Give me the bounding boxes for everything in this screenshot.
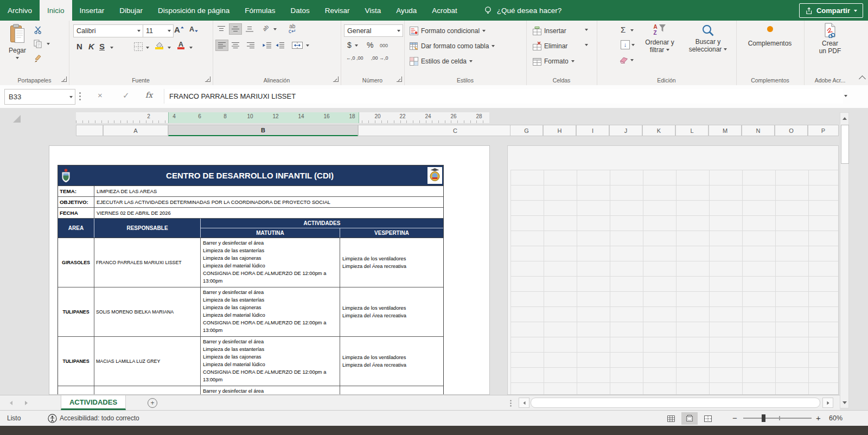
responsable-cell[interactable]: FRANCO PARRALES MARIUXI LISSET bbox=[94, 238, 201, 287]
cell-styles-button[interactable]: Estilos de celda bbox=[410, 55, 473, 67]
alignment-dialog-launcher[interactable] bbox=[333, 76, 339, 82]
font-color-caret[interactable] bbox=[189, 47, 193, 49]
tab-datos[interactable]: Datos bbox=[283, 0, 317, 21]
matutina-cell[interactable]: Barrer y desinfectar el área Limpieza de… bbox=[201, 386, 340, 395]
fill-color-button[interactable] bbox=[155, 41, 164, 49]
grow-font-button[interactable]: A bbox=[174, 25, 184, 34]
delete-cells-caret[interactable] bbox=[585, 44, 588, 46]
accessibility-status[interactable]: Accesibilidad: todo correcto bbox=[60, 414, 139, 422]
align-right-button[interactable] bbox=[246, 42, 255, 49]
tab-vista[interactable]: Vista bbox=[358, 0, 389, 21]
matutina-cell[interactable]: Barrer y desinfectar el área Limpieza de… bbox=[201, 337, 340, 386]
column-header-O[interactable]: O bbox=[775, 125, 808, 136]
horizontal-scroll-thumb[interactable] bbox=[531, 398, 820, 408]
insert-cells-caret[interactable] bbox=[585, 29, 588, 31]
tab-revisar[interactable]: Revisar bbox=[317, 0, 358, 21]
align-left-button[interactable] bbox=[216, 40, 228, 50]
responsable-cell[interactable]: MACIAS LAMILLA LUZ GREY bbox=[94, 337, 201, 386]
area-cell[interactable] bbox=[58, 386, 94, 395]
increase-decimal-icon[interactable]: ←,0 ,00 bbox=[346, 55, 363, 61]
insert-cells-button[interactable]: Insertar bbox=[533, 25, 566, 37]
cancel-button[interactable]: × bbox=[98, 91, 103, 100]
document-title-row[interactable]: CENTRO DE DESARROLLO INFANTIL (CDI) bbox=[58, 165, 443, 186]
meta-value-cell[interactable]: VIERNES 02 DE ABRIL DE 2026 bbox=[94, 208, 443, 218]
area-cell[interactable]: TULIPANES bbox=[58, 337, 94, 386]
meta-label-cell[interactable]: OBJETIVO: bbox=[58, 197, 94, 207]
font-dialog-launcher[interactable] bbox=[205, 76, 210, 82]
column-header-P[interactable]: P bbox=[808, 125, 839, 136]
collapse-ribbon-button[interactable] bbox=[859, 75, 866, 82]
column-header-M[interactable]: M bbox=[709, 125, 742, 136]
column-header-L[interactable]: L bbox=[675, 125, 709, 136]
matutina-cell[interactable]: Barrer y desinfectar el área Limpieza de… bbox=[201, 238, 340, 287]
meta-value-cell[interactable]: LIMPIEZA DE LAS AREAS bbox=[94, 186, 443, 196]
paste-button[interactable]: Pegar bbox=[4, 24, 30, 59]
align-center-button[interactable] bbox=[231, 42, 240, 49]
expand-formula-bar-caret[interactable] bbox=[844, 95, 847, 97]
vespertina-cell[interactable]: Limpieza de los ventiladores Limpieza de… bbox=[340, 337, 443, 386]
tab-inicio[interactable]: Inicio bbox=[40, 0, 72, 21]
insert-function-button[interactable]: fx bbox=[145, 91, 152, 99]
column-header-A[interactable]: A bbox=[103, 125, 168, 136]
merge-center-button[interactable] bbox=[292, 42, 303, 49]
fill-color-caret[interactable] bbox=[168, 47, 171, 49]
addins-button[interactable]: Complementos bbox=[743, 26, 797, 47]
merge-caret[interactable] bbox=[306, 44, 309, 47]
italic-button[interactable]: K bbox=[88, 42, 94, 51]
currency-caret[interactable] bbox=[355, 44, 358, 47]
next-sheet-button[interactable] bbox=[25, 401, 28, 405]
bold-button[interactable]: N bbox=[76, 42, 82, 51]
format-cells-button[interactable]: Formato bbox=[533, 55, 575, 67]
tell-me-button[interactable]: ¿Qué desea hacer? bbox=[483, 0, 561, 21]
column-header-K[interactable]: K bbox=[642, 125, 675, 136]
new-sheet-button[interactable]: + bbox=[148, 398, 157, 408]
header-vespertina[interactable]: VESPERTINA bbox=[340, 228, 443, 238]
borders-caret[interactable] bbox=[146, 47, 149, 49]
column-header-H[interactable]: H bbox=[543, 125, 576, 136]
vespertina-cell[interactable]: Limpieza de los ventiladores Limpieza de… bbox=[340, 238, 443, 287]
header-area[interactable]: AREA bbox=[58, 219, 94, 238]
font-color-button[interactable]: A bbox=[177, 41, 184, 49]
cut-button[interactable] bbox=[34, 25, 42, 34]
zoom-in-button[interactable]: + bbox=[816, 413, 821, 423]
vertical-scroll-thumb[interactable] bbox=[841, 125, 849, 164]
area-cell[interactable]: GIRASOLES bbox=[58, 238, 94, 287]
column-header-N[interactable]: N bbox=[742, 125, 775, 136]
borders-button[interactable] bbox=[134, 42, 143, 51]
find-select-button[interactable]: Buscar y seleccionar bbox=[684, 24, 732, 53]
page-break-view-button[interactable] bbox=[700, 412, 716, 425]
conditional-formatting-button[interactable]: Formato condicional bbox=[410, 25, 486, 37]
sort-filter-button[interactable]: AZ Ordenar y filtrar bbox=[643, 24, 676, 54]
fill-down-caret[interactable] bbox=[631, 44, 635, 46]
font-name-box[interactable]: Calibri bbox=[73, 24, 143, 37]
underline-button[interactable]: S bbox=[99, 42, 105, 51]
scroll-down-button[interactable] bbox=[840, 397, 848, 408]
paste-dropdown-caret[interactable] bbox=[16, 57, 19, 59]
share-button[interactable]: Compartir bbox=[799, 3, 863, 18]
align-middle-button[interactable] bbox=[229, 24, 241, 34]
tab-insertar[interactable]: Insertar bbox=[72, 0, 112, 21]
meta-label-cell[interactable]: FECHA bbox=[58, 208, 94, 218]
tab-archivo[interactable]: Archivo bbox=[0, 0, 40, 21]
comma-style-button[interactable]: 000 bbox=[380, 43, 388, 48]
column-header-G[interactable]: G bbox=[510, 125, 543, 136]
tab-formulas[interactable]: Fórmulas bbox=[237, 0, 283, 21]
tab-acrobat[interactable]: Acrobat bbox=[424, 0, 465, 21]
align-top-button[interactable] bbox=[217, 25, 226, 33]
number-dialog-launcher[interactable] bbox=[397, 76, 402, 82]
responsable-cell[interactable]: SOLIS MORENO BIELKA MARIANA bbox=[94, 287, 201, 336]
previous-sheet-button[interactable] bbox=[10, 401, 12, 405]
responsable-cell[interactable] bbox=[94, 386, 201, 395]
wrap-text-button[interactable]: ab c↵ bbox=[289, 24, 296, 34]
format-as-table-button[interactable]: Dar formato como tabla bbox=[410, 40, 495, 52]
fill-down-button[interactable]: ↓ bbox=[621, 40, 630, 49]
hscroll-left-button[interactable] bbox=[519, 398, 529, 408]
currency-button[interactable]: $ bbox=[347, 41, 352, 49]
header-actividades[interactable]: ACTIVIDADES bbox=[201, 219, 443, 228]
meta-value-cell[interactable]: EJECUTAR LAS ACTIVIDADES DETERMINADAS PO… bbox=[94, 197, 443, 207]
zoom-out-button[interactable]: − bbox=[732, 413, 737, 423]
create-pdf-button[interactable]: Crear un PDF bbox=[814, 23, 846, 55]
decrease-indent-button[interactable] bbox=[263, 42, 272, 49]
underline-caret[interactable] bbox=[110, 47, 113, 49]
copy-button[interactable] bbox=[34, 40, 42, 48]
